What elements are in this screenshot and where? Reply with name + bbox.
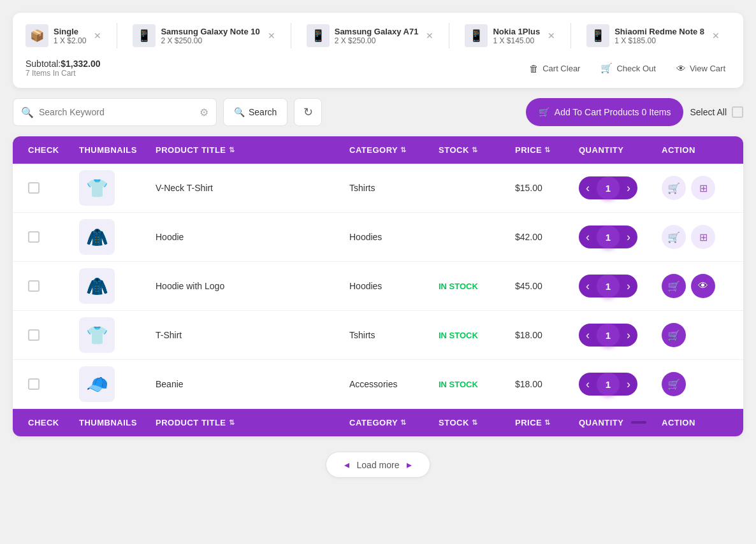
- td-category-3: Hoodies: [344, 275, 433, 297]
- cart-item-name-note10: Samsung Galaxy Note 10: [161, 27, 259, 36]
- add-cart-button-4[interactable]: 🛒: [662, 323, 686, 347]
- cart-item-remove-a71[interactable]: ✕: [426, 31, 433, 41]
- filter-icon[interactable]: ⚙: [200, 106, 208, 118]
- action-btns-3: 🛒 👁: [662, 274, 715, 298]
- th-footer-action-label: ACTION: [662, 418, 695, 427]
- check-out-button[interactable]: 🛒 Check Out: [595, 60, 660, 76]
- cart-items-count: 7 Items In Cart: [25, 69, 101, 78]
- th-product-title[interactable]: PRODUCT TITLE ⇅: [150, 136, 344, 164]
- add-cart-button-2[interactable]: 🛒: [662, 225, 686, 249]
- td-thumb-3: 🧥: [74, 262, 150, 310]
- qty-decrement-1[interactable]: ‹: [579, 176, 597, 199]
- td-action-3: 🛒 👁: [657, 268, 733, 304]
- action-btns-1: 🛒 ⊞: [662, 176, 715, 200]
- row-checkbox-3[interactable]: [28, 280, 40, 292]
- add-cart-button-3[interactable]: 🛒: [662, 274, 686, 298]
- cart-clear-button[interactable]: 🗑 Cart Clear: [524, 61, 585, 76]
- td-stock-1: [433, 182, 510, 194]
- search-input[interactable]: [39, 107, 194, 117]
- cart-item-price-nokia: 1 X $145.00: [493, 36, 540, 45]
- qty-stepper-3: ‹ 1 ›: [579, 275, 637, 297]
- qty-increment-3[interactable]: ›: [620, 275, 637, 297]
- cart-icon: 🛒: [539, 107, 549, 117]
- cart-item-remove-shiaomi[interactable]: ✕: [712, 31, 720, 41]
- row-checkbox-2[interactable]: [28, 231, 40, 243]
- th-footer-product-title[interactable]: PRODUCT TITLE ⇅: [150, 409, 344, 436]
- td-thumb-5: 🧢: [74, 360, 150, 408]
- th-footer-category[interactable]: CATEGORY ⇅: [344, 409, 433, 436]
- td-action-4: 🛒: [657, 317, 733, 354]
- qty-increment-1[interactable]: ›: [620, 176, 637, 199]
- view-button-3[interactable]: 👁: [691, 274, 715, 298]
- td-name-4: T-Shirt: [150, 324, 344, 347]
- cart-item-remove-single[interactable]: ✕: [94, 31, 101, 41]
- td-qty-2: ‹ 1 ›: [574, 219, 657, 255]
- cart-divider-3: [449, 23, 449, 48]
- view-cart-button[interactable]: 👁 View Cart: [671, 61, 731, 76]
- th-footer-check-label: CHECK: [28, 418, 59, 427]
- sort-product-title-icon: ⇅: [229, 146, 235, 154]
- th-quantity-label: QUANTITY: [579, 145, 623, 155]
- qty-increment-2[interactable]: ›: [620, 225, 637, 248]
- qty-increment-5[interactable]: ›: [620, 373, 637, 396]
- cart-item-remove-note10[interactable]: ✕: [268, 31, 275, 41]
- action-btns-5: 🛒: [662, 372, 686, 396]
- product-name-3: Hoodie with Logo: [156, 281, 224, 291]
- table-row: 👕 V-Neck T-Shirt Tshirts $15.00 ‹ 1 ›: [13, 164, 743, 213]
- th-stock[interactable]: STOCK ⇅: [433, 136, 510, 164]
- row-checkbox-5[interactable]: [28, 378, 40, 390]
- product-table: CHECK THUMBNAILS PRODUCT TITLE ⇅ CATEGOR…: [13, 136, 743, 436]
- select-all-checkbox[interactable]: [732, 106, 743, 118]
- cart-item-remove-nokia[interactable]: ✕: [548, 31, 555, 41]
- sort-category-icon: ⇅: [400, 146, 407, 154]
- qty-value-3: 1: [597, 275, 620, 297]
- td-action-5: 🛒: [657, 366, 733, 403]
- cart-item-thumb-shiaomi: 📱: [586, 24, 609, 47]
- cart-item-name-a71: Samsung Galaxy A71: [335, 27, 419, 36]
- add-to-cart-button[interactable]: 🛒 Add To Cart Products 0 Items: [526, 98, 684, 126]
- qty-increment-4[interactable]: ›: [620, 324, 637, 347]
- th-footer-quantity-label: QUANTITY: [579, 418, 623, 427]
- cart-item-thumb-note10: 📱: [133, 24, 156, 47]
- qr-button-1[interactable]: ⊞: [691, 176, 715, 200]
- qty-decrement-4[interactable]: ‹: [579, 324, 597, 347]
- th-footer-price[interactable]: PRICE ⇅: [510, 409, 574, 436]
- th-quantity: QUANTITY: [574, 136, 657, 164]
- row-checkbox-4[interactable]: [28, 329, 40, 341]
- load-more-right-arrow-icon: ▸: [407, 459, 412, 471]
- td-stock-3: IN STOCK: [433, 275, 510, 297]
- th-category[interactable]: CATEGORY ⇅: [344, 136, 433, 164]
- product-thumb-1: 👕: [79, 170, 115, 206]
- cart-clear-label: Cart Clear: [542, 64, 580, 73]
- th-price[interactable]: PRICE ⇅: [510, 136, 574, 164]
- td-category-4: Tshirts: [344, 324, 433, 347]
- td-action-1: 🛒 ⊞: [657, 169, 733, 206]
- cart-item-note10: 📱 Samsung Galaxy Note 10 2 X $250.00 ✕: [133, 24, 275, 47]
- qty-decrement-5[interactable]: ‹: [579, 373, 597, 396]
- product-category-2: Hoodies: [349, 232, 382, 242]
- cart-footer: Subtotal:$1,332.00 7 Items In Cart 🗑 Car…: [25, 59, 731, 78]
- sort-footer-category-icon: ⇅: [400, 419, 407, 427]
- action-btns-2: 🛒 ⊞: [662, 225, 715, 249]
- cart-item-shiaomi: 📱 Shiaomi Redme Note 8 1 X $185.00 ✕: [586, 24, 720, 47]
- add-cart-button-1[interactable]: 🛒: [662, 176, 686, 200]
- qty-value-4: 1: [597, 324, 620, 347]
- cart-item-price-a71: 2 X $250.00: [335, 36, 419, 45]
- th-footer-stock[interactable]: STOCK ⇅: [433, 409, 510, 436]
- refresh-button[interactable]: ↻: [294, 98, 322, 126]
- table-header: CHECK THUMBNAILS PRODUCT TITLE ⇅ CATEGOR…: [13, 136, 743, 164]
- qty-decrement-3[interactable]: ‹: [579, 275, 597, 297]
- row-checkbox-1[interactable]: [28, 182, 40, 194]
- product-name-5: Beanie: [156, 379, 184, 389]
- eye-icon: 👁: [676, 63, 686, 74]
- qr-button-2[interactable]: ⊞: [691, 225, 715, 249]
- td-check-1: [23, 176, 74, 200]
- qty-decrement-2[interactable]: ‹: [579, 225, 597, 248]
- qty-stepper-1: ‹ 1 ›: [579, 176, 637, 199]
- table-row: 👕 T-Shirt Tshirts IN STOCK $18.00 ‹ 1 ›: [13, 311, 743, 360]
- td-check-3: [23, 274, 74, 298]
- search-button[interactable]: 🔍 Search: [223, 98, 287, 126]
- add-cart-button-5[interactable]: 🛒: [662, 372, 686, 396]
- load-more-button[interactable]: ◂ Load more ▸: [326, 452, 431, 478]
- cart-item-name-shiaomi: Shiaomi Redme Note 8: [614, 27, 704, 36]
